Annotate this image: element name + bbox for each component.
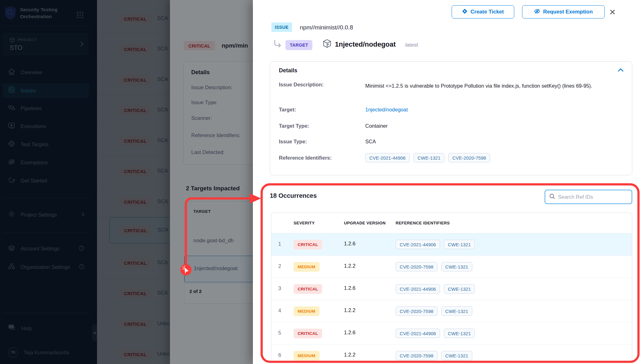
table-header: SEVERITY UPGRADE VERSION REFERENCE IDENT… bbox=[271, 213, 632, 233]
upgrade-version: 1.2.2 bbox=[344, 307, 356, 313]
upgrade-version: 1.2.2 bbox=[344, 352, 356, 358]
ref-chip[interactable]: CVE-2021-44906 bbox=[365, 153, 410, 162]
upgrade-version: 1.2.6 bbox=[344, 241, 356, 247]
request-exemption-button[interactable]: Request Exemption bbox=[522, 5, 605, 18]
ref-chip[interactable]: CVE-2021-44906 bbox=[396, 284, 440, 294]
eye-off-icon bbox=[534, 8, 540, 16]
ref-chip[interactable]: CWE-1321 bbox=[444, 240, 475, 249]
search-icon bbox=[549, 193, 555, 201]
ref-chip[interactable]: CWE-1321 bbox=[444, 284, 475, 294]
chevron-up-icon[interactable] bbox=[618, 68, 624, 74]
details-card: Details Issue Description: Minimist <=1.… bbox=[270, 61, 632, 175]
severity-badge: MEDIUM bbox=[294, 351, 320, 361]
ref-chip[interactable]: CWE-1321 bbox=[441, 306, 472, 316]
row-number: 5 bbox=[278, 330, 281, 336]
field-label: Issue Type: bbox=[279, 139, 307, 145]
upgrade-version: 1.2.6 bbox=[344, 330, 356, 336]
target-link[interactable]: 1njected/nodegoat bbox=[365, 107, 408, 113]
table-row[interactable]: 6 MEDIUM 1.2.2 CVE-2020-7598CWE-1321 bbox=[271, 345, 632, 364]
issue-description: Minimist <=1.2.5 is vulnerable to Protot… bbox=[365, 82, 597, 90]
target-name[interactable]: 1njected/nodegoat bbox=[335, 40, 396, 49]
table-row[interactable]: 1 CRITICAL 1.2.6 CVE-2021-44906CWE-1321 bbox=[271, 233, 632, 256]
occurrences-heading: 18 Occurrences bbox=[270, 192, 317, 199]
target-tag: latest bbox=[405, 42, 418, 48]
package-cube-icon bbox=[322, 39, 332, 49]
diamond-ticket-icon bbox=[462, 8, 468, 16]
button-label: Request Exemption bbox=[543, 9, 593, 15]
close-icon[interactable]: ✕ bbox=[609, 8, 616, 17]
elbow-arrow-icon bbox=[273, 39, 282, 49]
table-row[interactable]: 2 MEDIUM 1.2.2 CVE-2020-7598CWE-1321 bbox=[271, 256, 632, 278]
field-label: Reference Identifiers: bbox=[279, 155, 332, 161]
row-number: 4 bbox=[278, 308, 281, 314]
search-input[interactable] bbox=[558, 194, 624, 200]
reference-chips: CVE-2021-44906 CWE-1321 CVE-2020-7598 bbox=[365, 153, 490, 162]
details-heading: Details bbox=[279, 67, 297, 74]
field-label: Target Type: bbox=[279, 123, 309, 129]
issue-type-value: SCA bbox=[365, 139, 376, 145]
issue-details-modal: Create Ticket Request Exemption ✕ ISSUE … bbox=[253, 0, 641, 364]
upgrade-version: 1.2.2 bbox=[344, 263, 356, 269]
severity-badge: MEDIUM bbox=[294, 306, 320, 316]
severity-badge: CRITICAL bbox=[294, 240, 322, 249]
row-number: 6 bbox=[278, 352, 281, 358]
ref-chip[interactable]: CVE-2021-44906 bbox=[396, 329, 440, 338]
issue-id: npm//minimist//0.0.8 bbox=[300, 24, 353, 31]
ref-chip[interactable]: CVE-2020-7598 bbox=[396, 262, 438, 271]
row-number: 3 bbox=[278, 285, 281, 291]
button-label: Create Ticket bbox=[470, 9, 504, 15]
column-header-severity: SEVERITY bbox=[294, 221, 315, 225]
row-number: 2 bbox=[278, 263, 281, 269]
field-label: Target: bbox=[279, 107, 296, 113]
ref-chip[interactable]: CVE-2020-7598 bbox=[396, 306, 438, 316]
search-ref-ids[interactable] bbox=[545, 190, 632, 204]
issue-badge: ISSUE bbox=[271, 23, 292, 32]
table-row[interactable]: 5 CRITICAL 1.2.6 CVE-2021-44906CWE-1321 bbox=[271, 322, 632, 345]
ref-chip[interactable]: CWE-1321 bbox=[441, 351, 472, 360]
ref-chip[interactable]: CVE-2021-44906 bbox=[396, 240, 440, 249]
ref-chip[interactable]: CVE-2020-7598 bbox=[448, 153, 490, 162]
occurrences-table: SEVERITY UPGRADE VERSION REFERENCE IDENT… bbox=[271, 213, 632, 364]
severity-badge: MEDIUM bbox=[294, 262, 320, 272]
ref-chip[interactable]: CWE-1321 bbox=[413, 153, 444, 162]
table-row[interactable]: 4 MEDIUM 1.2.2 CVE-2020-7598CWE-1321 bbox=[271, 300, 632, 322]
ref-chip[interactable]: CVE-2020-7598 bbox=[396, 351, 438, 360]
column-header-upgrade-version: UPGRADE VERSION bbox=[344, 221, 386, 225]
create-ticket-button[interactable]: Create Ticket bbox=[452, 5, 514, 18]
column-header-reference-identifiers: REFERENCE IDENTIFIERS bbox=[396, 221, 450, 225]
upgrade-version: 1.2.6 bbox=[344, 285, 356, 291]
field-label: Issue Description: bbox=[279, 82, 324, 88]
target-chip: TARGET bbox=[285, 40, 312, 50]
ref-chip[interactable]: CWE-1321 bbox=[444, 329, 475, 338]
app-screen: Security Testing Orchestration PROJECT S… bbox=[0, 0, 641, 364]
ref-chip[interactable]: CWE-1321 bbox=[441, 262, 472, 271]
severity-badge: CRITICAL bbox=[294, 284, 322, 294]
row-number: 1 bbox=[278, 241, 281, 247]
target-type-value: Container bbox=[365, 123, 388, 129]
severity-badge: CRITICAL bbox=[294, 329, 322, 338]
table-row[interactable]: 3 CRITICAL 1.2.6 CVE-2021-44906CWE-1321 bbox=[271, 278, 632, 300]
